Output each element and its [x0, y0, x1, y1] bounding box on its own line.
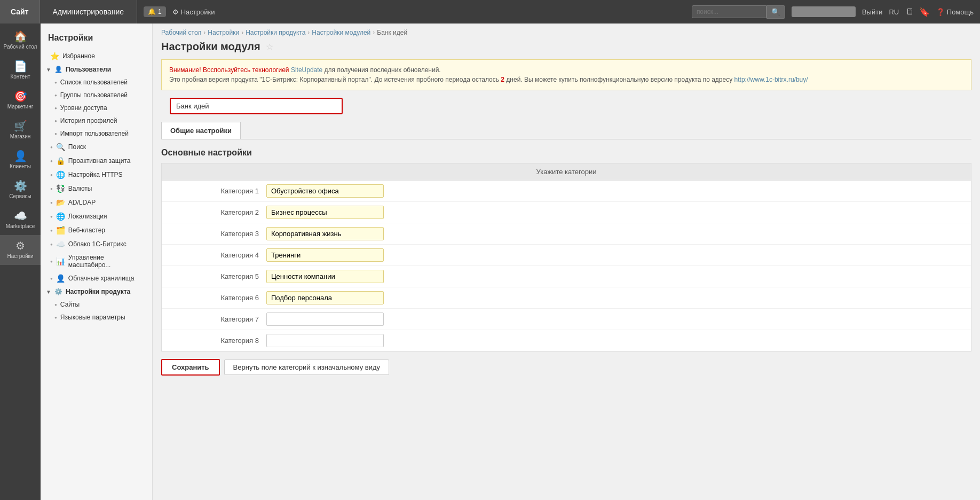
menu-item-product-settings[interactable]: ▼ ⚙️ Настройки продукта [41, 285, 152, 298]
topbar-icon-group: 🖥 🔖 [905, 7, 930, 17]
breadcrumb-item-desktop[interactable]: Рабочий стол [161, 29, 201, 36]
search-icon: 🔍 [56, 143, 65, 151]
table-row: Категория 5 [162, 266, 971, 287]
category-label-8: Категория 8 [170, 337, 266, 345]
menu-label-favorites: Избранное [62, 52, 95, 60]
sidebar-item-settings[interactable]: ⚙ Настройки [0, 235, 41, 265]
category-field-3[interactable] [266, 227, 384, 240]
menu-label-currencies: Валюты [68, 185, 92, 192]
table-row: Категория 4 [162, 245, 971, 266]
logout-button[interactable]: Выйти [862, 8, 883, 16]
category-field-8[interactable] [266, 334, 384, 347]
buy-link[interactable]: http://www.1c-bitrx.ru/buy/ [734, 76, 808, 83]
menu-item-user-list[interactable]: ● Список пользователей [45, 76, 152, 89]
menu-label-adldap: AD/LDAP [68, 199, 96, 206]
menu-item-user-groups[interactable]: ● Группы пользователей [45, 89, 152, 101]
sidebar-label-clients: Клиенты [10, 163, 31, 170]
menu-item-cloud[interactable]: ● ☁️ Облако 1С-Битрикс [41, 237, 152, 251]
menu-item-webcluster[interactable]: ● 🗂️ Веб-кластер [41, 223, 152, 237]
menu-item-profile-history[interactable]: ● История профилей [45, 114, 152, 127]
menu-item-favorites[interactable]: ⭐ Избранное [41, 49, 152, 63]
category-field-2[interactable] [266, 206, 384, 219]
site-tab[interactable]: Сайт [0, 0, 40, 24]
monitor-icon[interactable]: 🖥 [905, 7, 914, 17]
menu-sub-product: ● Сайты ● Языковые параметры [41, 298, 152, 324]
category-label-3: Категория 3 [170, 230, 266, 238]
category-field-5[interactable] [266, 270, 384, 283]
category-label-7: Категория 7 [170, 315, 266, 323]
shop-icon: 🛒 [14, 121, 27, 131]
chevron-down-icon: ▼ [46, 289, 51, 295]
site-update-link[interactable]: SiteUpdate [291, 66, 322, 74]
bookmark-icon[interactable]: 🔖 [919, 7, 930, 17]
lock-icon: 🔒 [56, 157, 65, 165]
menu-item-access-levels[interactable]: ● Уровни доступа [45, 101, 152, 114]
settings-menu: Настройки ⭐ Избранное ▼ 👤 Пользователи ●… [41, 24, 153, 500]
menu-label-proactive: Проактивная защита [68, 157, 131, 165]
category-input-3 [266, 227, 962, 240]
settings-icon: ⚙ [15, 240, 25, 251]
breadcrumb-item-settings[interactable]: Настройки [208, 29, 239, 36]
table-row: Категория 1 [162, 181, 971, 202]
language-selector[interactable]: RU [889, 8, 899, 16]
sidebar-item-marketplace[interactable]: ☁️ Marketplace [0, 205, 41, 235]
section-title: Основные настройки [153, 139, 980, 163]
tab-general-settings[interactable]: Общие настройки [161, 122, 241, 139]
buttons-row: Сохранить Вернуть поле категорий к изнач… [153, 351, 980, 383]
breadcrumb-item-product-settings[interactable]: Настройки продукта [246, 29, 305, 36]
tabs: Общие настройки [161, 122, 971, 139]
category-input-5 [266, 270, 962, 283]
menu-item-users[interactable]: ▼ 👤 Пользователи [41, 63, 152, 76]
menu-item-localization[interactable]: ● 🌐 Локализация [41, 209, 152, 223]
category-field-6[interactable] [266, 291, 384, 304]
sidebar-item-desktop[interactable]: 🏠 Рабочий стол [0, 26, 41, 56]
bullet-icon: ● [50, 200, 53, 205]
sidebar-item-clients[interactable]: 👤 Клиенты [0, 145, 41, 175]
notifications-badge[interactable]: 🔔 1 [144, 6, 166, 17]
menu-item-scale[interactable]: ● 📊 Управление масштабиро... [41, 251, 152, 271]
category-input-6 [266, 291, 962, 304]
sidebar-item-content[interactable]: 📄 Контент [0, 56, 41, 85]
menu-item-search[interactable]: ● 🔍 Поиск [41, 140, 152, 154]
bullet-icon: ● [50, 259, 53, 264]
bullet-icon: ● [54, 119, 57, 123]
help-button[interactable]: ❓ Помощь [936, 8, 974, 16]
sidebar-item-shop[interactable]: 🛒 Магазин [0, 115, 41, 145]
sidebar-item-services[interactable]: ⚙️ Сервисы [0, 175, 41, 205]
sidebar-item-marketing[interactable]: 🎯 Маркетинг [0, 85, 41, 115]
admin-tab[interactable]: Администрирование [40, 0, 138, 24]
menu-item-currencies[interactable]: ● 💱 Валюты [41, 182, 152, 196]
menu-item-import-users[interactable]: ● Импорт пользователей [45, 127, 152, 140]
category-input-8 [266, 334, 962, 347]
category-field-1[interactable] [266, 184, 384, 198]
settings-table: Укажите категории Категория 1 Категория … [161, 163, 971, 351]
reset-button[interactable]: Вернуть поле категорий к изначальному ви… [224, 360, 389, 375]
search-input[interactable] [692, 5, 766, 18]
category-field-4[interactable] [266, 248, 384, 262]
menu-label-sites: Сайты [60, 301, 80, 308]
menu-item-https[interactable]: ● 🌐 Настройка HTTPS [41, 168, 152, 182]
menu-item-proactive[interactable]: ● 🔒 Проактивная защита [41, 154, 152, 168]
sidebar-label-settings: Настройки [7, 253, 33, 260]
search-button[interactable]: 🔍 [766, 5, 785, 19]
topbar-right: Выйти RU 🖥 🔖 ❓ Помощь [785, 6, 980, 17]
topbar-actions: 🔔 1 ⚙ Настройки [137, 6, 221, 17]
category-field-7[interactable] [266, 312, 384, 326]
menu-item-sites[interactable]: ● Сайты [45, 298, 152, 311]
menu-label-users: Пользователи [66, 66, 111, 73]
page-title-bar: Настройки модуля ☆ [153, 40, 980, 59]
services-icon: ⚙️ [14, 181, 27, 191]
bullet-icon: ● [50, 186, 53, 191]
breadcrumb-item-module-settings[interactable]: Настройки модулей [312, 29, 370, 36]
favorite-star-icon[interactable]: ☆ [266, 42, 273, 52]
menu-item-lang-params[interactable]: ● Языковые параметры [45, 311, 152, 324]
menu-item-cloud-storage[interactable]: ● 👤 Облачные хранилища [41, 271, 152, 285]
bullet-icon: ● [50, 214, 53, 219]
menu-label-webcluster: Веб-кластер [68, 226, 105, 234]
save-button[interactable]: Сохранить [161, 359, 220, 376]
module-select[interactable]: Банк идей [171, 99, 342, 113]
topbar-settings-link[interactable]: ⚙ Настройки [172, 8, 215, 16]
bullet-icon: ● [50, 145, 53, 150]
menu-item-adldap[interactable]: ● 📂 AD/LDAP [41, 196, 152, 209]
bullet-icon: ● [54, 93, 57, 98]
